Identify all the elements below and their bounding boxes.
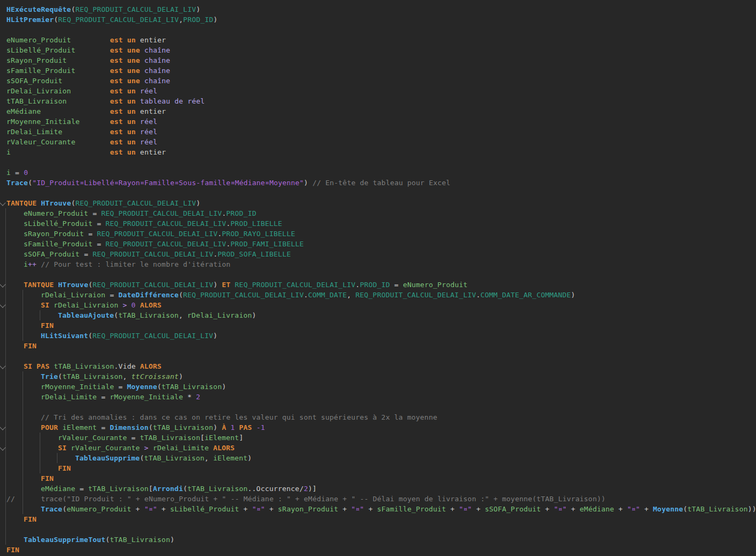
- code-line[interactable]: TANTQUE HTrouve(REQ_PRODUIT_CALCUL_DELAI…: [0, 198, 756, 208]
- code-token: [62, 128, 110, 136]
- code-line[interactable]: SI rValeur_Courante > rDelai_Limite ALOR…: [0, 443, 756, 453]
- code-line[interactable]: sSOFA_Produit est une chaîne: [0, 76, 756, 86]
- code-line[interactable]: HLitSuivant(REQ_PRODUIT_CALCUL_DELAI_LIV…: [0, 331, 756, 341]
- code-token: "¤": [627, 505, 640, 513]
- code-editor[interactable]: HExécuteRequête(REQ_PRODUIT_CALCUL_DELAI…: [0, 0, 756, 556]
- code-token: sFamille_Produit: [6, 67, 75, 75]
- code-token: eMédiane: [6, 107, 41, 115]
- code-line[interactable]: sFamille_Produit = REQ_PRODUIT_CALCUL_DE…: [0, 239, 756, 249]
- fold-collapse-icon[interactable]: [0, 363, 6, 369]
- code-token: tTAB_Livraison: [62, 372, 122, 381]
- code-token: [67, 444, 71, 452]
- code-token: .: [304, 291, 308, 299]
- code-line[interactable]: rMoyenne_Initiale est un réel: [0, 116, 756, 127]
- code-line[interactable]: // trace("ID Produit : " + eNumero_Produ…: [0, 494, 756, 504]
- code-line[interactable]: sLibellé_Produit = REQ_PRODUIT_CALCUL_DE…: [0, 218, 756, 229]
- code-token: sRayon_Produit: [24, 230, 84, 238]
- code-line[interactable]: [0, 351, 756, 361]
- code-line[interactable]: rDelai_Limite = rMoyenne_Initiale * 2: [0, 392, 756, 402]
- code-line[interactable]: SI PAS tTAB_Livraison.Vide ALORS: [0, 361, 756, 371]
- code-token: =: [97, 423, 110, 431]
- code-line[interactable]: eMédiane est un entier: [0, 106, 756, 116]
- code-line[interactable]: sRayon_Produit = REQ_PRODUIT_CALCUL_DELA…: [0, 229, 756, 239]
- fold-collapse-icon[interactable]: [0, 281, 6, 287]
- code-line[interactable]: i est un entier: [0, 147, 756, 157]
- code-line[interactable]: eNumero_Produit est un entier: [0, 35, 756, 45]
- code-line[interactable]: Trace("ID_Produit¤Libellé¤Rayon¤Famille¤…: [0, 178, 756, 188]
- code-token: ALORS: [213, 444, 235, 452]
- code-line[interactable]: Trace(eNumero_Produit + "¤" + sLibellé_P…: [0, 504, 756, 514]
- code-line[interactable]: sSOFA_Produit = REQ_PRODUIT_CALCUL_DELAI…: [0, 249, 756, 259]
- code-line[interactable]: rDelai_Livraion est un réel: [0, 86, 756, 96]
- code-token: Trace: [6, 179, 28, 187]
- code-line[interactable]: sRayon_Produit est une chaîne: [0, 55, 756, 65]
- code-line[interactable]: SI rDelai_Livraion > 0 ALORS: [0, 300, 756, 310]
- code-token: 0: [132, 301, 136, 309]
- code-line[interactable]: eNumero_Produit = REQ_PRODUIT_CALCUL_DEL…: [0, 208, 756, 218]
- code-line[interactable]: [0, 269, 756, 280]
- code-line[interactable]: sFamille_Produit est une chaîne: [0, 65, 756, 76]
- code-token: chaîne: [140, 77, 170, 85]
- code-token: est un: [110, 118, 136, 126]
- code-line[interactable]: rValeur_Courante est un réel: [0, 137, 756, 147]
- code-token: +: [472, 505, 485, 513]
- code-line[interactable]: HExécuteRequête(REQ_PRODUIT_CALCUL_DELAI…: [0, 4, 756, 14]
- code-line[interactable]: TableauAjoute(tTAB_Livraison, rDelai_Liv…: [0, 310, 756, 320]
- fold-collapse-icon[interactable]: [0, 444, 6, 450]
- code-token: est un: [110, 148, 136, 156]
- fold-collapse-icon[interactable]: [0, 424, 6, 430]
- code-token: ,: [205, 454, 213, 462]
- code-line[interactable]: TableauSupprime(tTAB_Livraison, iElement…: [0, 453, 756, 463]
- code-line[interactable]: POUR iElement = Dimension(tTAB_Livraison…: [0, 422, 756, 433]
- code-token: TableauSupprimeTout: [24, 536, 106, 544]
- code-line[interactable]: i++ // Pour test : limiter le nombre d'i…: [0, 259, 756, 269]
- fold-collapse-icon[interactable]: [0, 200, 6, 206]
- code-line[interactable]: FIN: [0, 320, 756, 331]
- code-token: entier: [136, 36, 166, 44]
- code-token: ET: [222, 281, 230, 289]
- code-token: PROD_ID: [360, 281, 390, 289]
- code-line[interactable]: FIN: [0, 545, 756, 555]
- code-token: tTAB_Livraison: [110, 536, 170, 544]
- code-line[interactable]: tTAB_Livraison est un tableau de réel: [0, 96, 756, 106]
- code-line[interactable]: [0, 157, 756, 167]
- code-line[interactable]: TableauSupprimeTout(tTAB_Livraison): [0, 535, 756, 545]
- code-token: réel: [136, 87, 157, 95]
- code-token: TANTQUE: [24, 281, 54, 289]
- code-token: ): [213, 16, 217, 24]
- code-token: entier: [136, 148, 166, 156]
- code-line[interactable]: HLitPremier(REQ_PRODUIT_CALCUL_DELAI_LIV…: [0, 14, 756, 25]
- code-token: +: [364, 505, 377, 513]
- fold-collapse-icon[interactable]: [0, 302, 6, 308]
- code-line[interactable]: eMédiane = tTAB_Livraison[Arrondi(tTAB_L…: [0, 484, 756, 494]
- code-line[interactable]: rDelai_Limite est un réel: [0, 127, 756, 137]
- code-token: est une: [110, 77, 140, 85]
- code-line[interactable]: FIN: [0, 463, 756, 473]
- code-token: tTAB_Livraison: [153, 423, 213, 431]
- code-line[interactable]: rValeur_Courante = tTAB_Livraison[iEleme…: [0, 433, 756, 443]
- code-token: )): [748, 505, 756, 513]
- code-line[interactable]: [0, 524, 756, 535]
- code-token: [71, 87, 110, 95]
- code-token: chaîne: [140, 56, 170, 64]
- code-line[interactable]: // Tri des anomalies : dans ce cas on re…: [0, 412, 756, 422]
- code-line[interactable]: Trie(tTAB_Livraison, ttCroissant): [0, 371, 756, 382]
- code-line[interactable]: [0, 188, 756, 198]
- code-line[interactable]: rDelai_Livraion = DateDifférence(REQ_PRO…: [0, 290, 756, 300]
- code-token: rDelai_Livraion: [6, 87, 71, 95]
- code-line[interactable]: FIN: [0, 473, 756, 484]
- code-line[interactable]: FIN: [0, 514, 756, 524]
- code-token: (: [106, 536, 110, 544]
- code-token: "¤": [351, 505, 364, 513]
- code-line[interactable]: TANTQUE HTrouve(REQ_PRODUIT_CALCUL_DELAI…: [0, 280, 756, 290]
- code-token: "¤": [459, 505, 472, 513]
- code-line[interactable]: i = 0: [0, 167, 756, 178]
- code-token: i: [24, 260, 28, 268]
- code-line[interactable]: rMoyenne_Initiale = Moyenne(tTAB_Livrais…: [0, 382, 756, 392]
- code-token: *: [183, 393, 196, 401]
- code-token: SI: [58, 444, 67, 452]
- code-line[interactable]: FIN: [0, 341, 756, 351]
- code-line[interactable]: [0, 402, 756, 412]
- code-line[interactable]: [0, 25, 756, 35]
- code-line[interactable]: sLibellé_Produit est une chaîne: [0, 45, 756, 55]
